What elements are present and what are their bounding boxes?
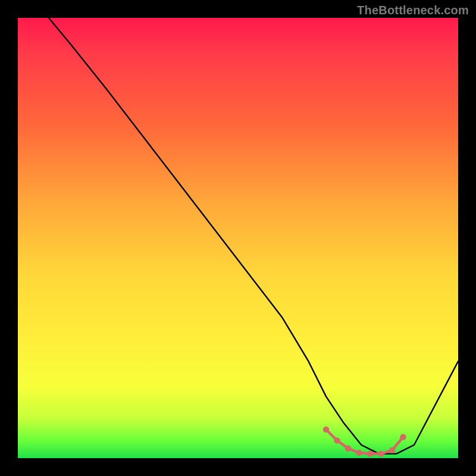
plot-area bbox=[18, 18, 458, 458]
valley-dot bbox=[389, 447, 395, 453]
chart-frame: TheBottleneck.com bbox=[0, 0, 476, 476]
valley-dot bbox=[356, 450, 362, 456]
bottleneck-curve-line bbox=[49, 18, 458, 454]
valley-dot bbox=[400, 434, 406, 440]
valley-dot bbox=[378, 450, 384, 456]
valley-dot bbox=[334, 437, 340, 443]
valley-marker-group bbox=[323, 427, 406, 457]
valley-dot bbox=[323, 427, 329, 433]
watermark-text: TheBottleneck.com bbox=[357, 4, 469, 17]
valley-dot bbox=[345, 446, 351, 452]
valley-dot bbox=[367, 450, 373, 456]
curve-svg bbox=[18, 18, 458, 458]
